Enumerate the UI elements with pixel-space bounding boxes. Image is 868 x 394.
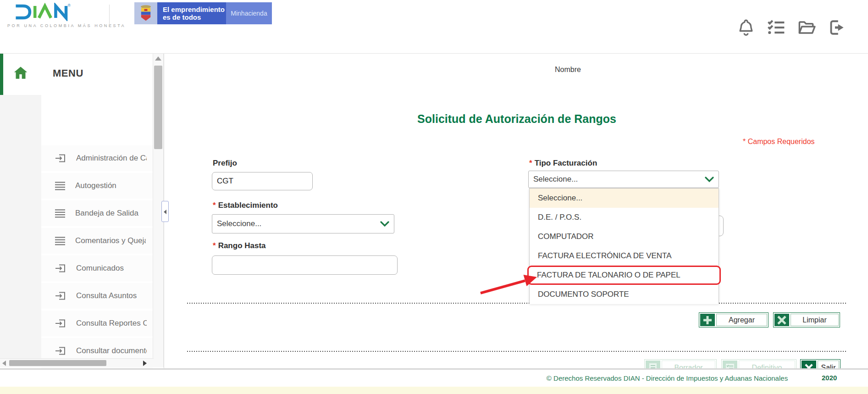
sidebar-item-administracion[interactable]: Administración de Car xyxy=(41,145,153,171)
sidebar-item-label: Consulta Reportes Co xyxy=(76,319,147,328)
banner-slogan-line1: El emprendimiento xyxy=(163,6,226,13)
box-arrow-icon xyxy=(54,263,67,274)
chevron-down-icon xyxy=(380,221,389,227)
tipo-facturacion-dropdown: Seleccione... D.E. / P.O.S. COMPUTADOR F… xyxy=(529,188,719,304)
vertical-scrollbar-thumb[interactable] xyxy=(154,66,162,149)
tipo-facturacion-label: *Tipo Facturación xyxy=(529,159,597,168)
logo-tagline: POR UNA COLOMBIA MÁS HONESTA xyxy=(7,23,104,28)
scroll-up-arrow-icon[interactable] xyxy=(155,56,161,61)
page-title: Solicitud de Autorización de Rangos xyxy=(333,112,700,126)
tipo-facturacion-label-text: Tipo Facturación xyxy=(535,159,597,167)
sidebar-horizontal-scrollbar[interactable] xyxy=(0,358,154,367)
government-banner: El emprendimiento es de todos Minhaciend… xyxy=(134,2,272,24)
menu-lines-icon xyxy=(54,236,66,246)
banner-slogan: El emprendimiento es de todos xyxy=(157,2,226,24)
dropdown-option-factura-electronica[interactable]: FACTURA ELECTRÓNICA DE VENTA xyxy=(530,246,719,266)
sidebar-item-label: Administración de Car xyxy=(76,154,147,163)
main-content: Nombre Solicitud de Autorización de Rang… xyxy=(164,54,868,370)
box-arrow-icon xyxy=(54,153,67,164)
banner-slogan-line2: es de todos xyxy=(163,13,226,21)
sidebar-item-label: Autogestión xyxy=(75,181,146,190)
sidebar-item-comunicados[interactable]: Comunicados xyxy=(41,255,153,281)
sign-out-icon[interactable] xyxy=(827,17,847,38)
box-arrow-icon xyxy=(54,290,67,301)
rango-hasta-input[interactable] xyxy=(212,255,398,275)
footer-copyright: © Derechos Reservados DIAN - Dirección d… xyxy=(459,374,868,382)
app-header: ® POR UNA COLOMBIA MÁS HONESTA El empren… xyxy=(0,0,868,54)
dotted-separator xyxy=(187,351,847,352)
establecimiento-select[interactable]: Seleccione... xyxy=(212,214,394,233)
sidebar-item-consulta-asuntos[interactable]: Consulta Asuntos xyxy=(41,283,153,309)
sidebar-item-label: Consulta Asuntos xyxy=(76,291,147,300)
footer-accent-strip xyxy=(0,387,868,394)
establecimiento-label-text: Establecimiento xyxy=(218,201,278,210)
establecimiento-label: *Establecimiento xyxy=(213,201,278,210)
sidebar-item-comentarios-quejas[interactable]: Comentarios y Quejas xyxy=(41,228,153,254)
registered-mark: ® xyxy=(68,3,71,8)
sidebar-item-autogestion[interactable]: Autogestión xyxy=(41,173,153,199)
colombia-crest-icon xyxy=(134,2,157,24)
sidebar: MENU Administración de Car Autogestión B… xyxy=(0,54,164,368)
banner-entity: Minhacienda xyxy=(226,2,272,24)
required-marker: * xyxy=(529,159,532,167)
footer: © Derechos Reservados DIAN - Dirección d… xyxy=(0,370,868,387)
sidebar-item-label: Bandeja de Salida xyxy=(75,209,146,218)
agregar-button-label: Agregar xyxy=(716,314,767,326)
rango-hasta-label-text: Rango Hasta xyxy=(218,241,266,250)
horizontal-scrollbar-thumb[interactable] xyxy=(9,360,106,366)
dropdown-option-de-pos[interactable]: D.E. / P.O.S. xyxy=(530,208,719,227)
sidebar-home-row: MENU xyxy=(0,54,152,95)
dian-logo: ® POR UNA COLOMBIA MÁS HONESTA xyxy=(7,3,104,28)
rango-hasta-label: *Rango Hasta xyxy=(213,241,266,250)
limpiar-button[interactable]: Limpiar xyxy=(773,312,840,327)
dropdown-option-seleccione[interactable]: Seleccione... xyxy=(530,189,719,208)
header-divider xyxy=(109,5,110,25)
dropdown-option-factura-talonario-highlighted[interactable]: FACTURA DE TALONARIO O DE PAPEL xyxy=(527,266,721,285)
tipo-facturacion-select-value: Seleccione... xyxy=(533,175,578,184)
home-icon[interactable] xyxy=(12,65,29,81)
dian-logo-icon: ® xyxy=(7,3,94,21)
menu-title: MENU xyxy=(53,67,83,79)
scroll-right-arrow-icon[interactable] xyxy=(143,361,147,366)
sidebar-item-label: Comentarios y Quejas xyxy=(75,236,146,245)
sidebar-item-bandeja-salida[interactable]: Bandeja de Salida xyxy=(41,200,153,226)
limpiar-button-label: Limpiar xyxy=(791,314,839,326)
establecimiento-select-value: Seleccione... xyxy=(217,219,261,228)
required-fields-note: * Campos Requeridos xyxy=(743,138,815,146)
dropdown-option-computador[interactable]: COMPUTADOR xyxy=(530,227,719,246)
sidebar-item-label: Comunicados xyxy=(76,264,147,273)
dotted-separator xyxy=(187,303,847,304)
header-icon-bar xyxy=(736,17,847,38)
sidebar-item-consulta-reportes[interactable]: Consulta Reportes Co xyxy=(41,311,153,336)
x-icon xyxy=(774,314,789,326)
required-marker: * xyxy=(213,241,216,250)
plus-icon xyxy=(700,314,715,326)
footer-year: 2020 xyxy=(822,374,837,382)
chevron-down-icon xyxy=(705,177,714,183)
menu-lines-icon xyxy=(54,209,66,218)
sidebar-item-label: Consultar documento xyxy=(76,346,147,355)
prefijo-label: Prefijo xyxy=(213,159,237,168)
scroll-left-arrow-icon[interactable] xyxy=(2,361,6,366)
required-marker: * xyxy=(213,201,216,210)
prefijo-input[interactable] xyxy=(212,172,313,190)
nombre-label: Nombre xyxy=(555,66,581,74)
tipo-facturacion-select[interactable]: Seleccione... xyxy=(528,171,719,188)
dian-app-window: ® POR UNA COLOMBIA MÁS HONESTA El empren… xyxy=(0,0,868,394)
box-arrow-icon xyxy=(54,345,67,356)
task-list-icon[interactable] xyxy=(766,17,786,38)
box-arrow-icon xyxy=(54,318,67,329)
bell-icon[interactable] xyxy=(736,17,756,38)
open-folder-icon[interactable] xyxy=(796,17,817,38)
menu-lines-icon xyxy=(54,181,66,191)
sidebar-icon-column xyxy=(0,95,41,367)
sidebar-collapse-handle[interactable] xyxy=(161,201,169,222)
agregar-button[interactable]: Agregar xyxy=(699,312,768,327)
prefijo-label-text: Prefijo xyxy=(213,159,237,167)
dropdown-option-documento-soporte[interactable]: DOCUMENTO SOPORTE xyxy=(530,285,719,304)
